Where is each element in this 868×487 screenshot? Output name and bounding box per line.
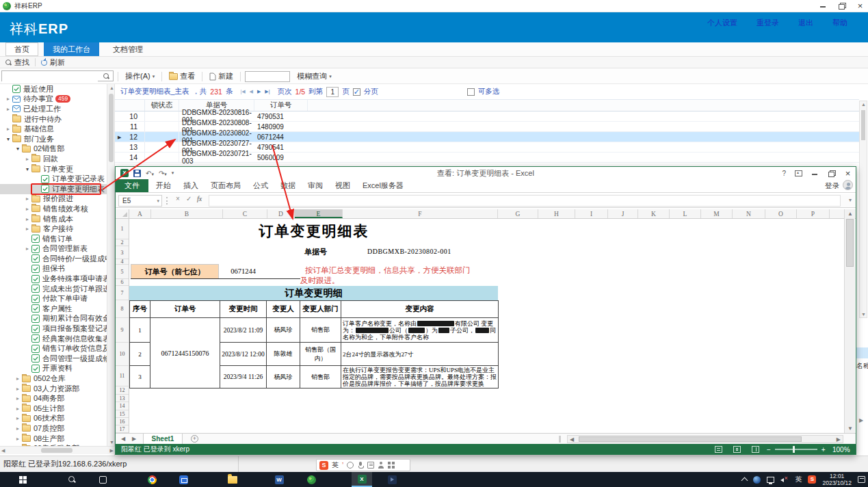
ribbon-tab-公式[interactable]: 公式 bbox=[247, 179, 274, 192]
column-header-C[interactable]: C bbox=[223, 209, 267, 218]
minimize-button[interactable] bbox=[819, 2, 827, 10]
start-button[interactable] bbox=[12, 472, 33, 487]
column-header-P[interactable]: P bbox=[797, 209, 830, 218]
row-header-13[interactable]: 13 bbox=[116, 395, 129, 402]
redo-button[interactable]: ↷▾ bbox=[159, 170, 167, 177]
sidebar-item-项目报备预案登记表[interactable]: 项目报备预案登记表 bbox=[0, 324, 107, 334]
sidebar-item-销售成本[interactable]: ▸销售成本 bbox=[0, 214, 107, 224]
column-header-D[interactable]: D bbox=[267, 209, 295, 218]
column-header-L[interactable]: L bbox=[670, 209, 701, 218]
tab-我的工作台[interactable]: 我的工作台 bbox=[44, 42, 99, 56]
tree-expander-icon[interactable]: ▸ bbox=[23, 196, 31, 202]
row-header-14[interactable]: 14 bbox=[116, 402, 129, 410]
taskbar-search-button[interactable] bbox=[62, 472, 82, 487]
customize-qat-icon[interactable]: ▾ bbox=[172, 170, 174, 176]
microphone-icon[interactable] bbox=[357, 462, 364, 469]
excel-taskbar-icon[interactable]: X bbox=[352, 472, 372, 487]
column-header-N[interactable]: N bbox=[733, 209, 765, 218]
excel-vertical-scrollbar[interactable]: ▲▼ bbox=[844, 209, 855, 433]
restore-button[interactable] bbox=[838, 2, 845, 10]
formula-input[interactable] bbox=[209, 195, 841, 207]
avatar[interactable] bbox=[843, 180, 853, 190]
ribbon-options-icon[interactable] bbox=[795, 170, 802, 176]
ime-language-toggle[interactable]: 英 bbox=[332, 460, 339, 470]
erp-app-icon[interactable] bbox=[301, 472, 321, 487]
tree-expander-icon[interactable]: ▸ bbox=[14, 376, 22, 382]
insert-function-icon[interactable]: fx bbox=[197, 195, 202, 202]
detail-scroll-right-arrow[interactable]: ▶ bbox=[859, 417, 863, 423]
sidebar-item-经典案例信息收集表[interactable]: 经典案例信息收集表 bbox=[0, 334, 107, 344]
zoom-out-icon[interactable]: − bbox=[767, 446, 771, 453]
sidebar-item-部门业务[interactable]: ▾部门业务 bbox=[0, 134, 107, 144]
close-button[interactable] bbox=[856, 2, 864, 10]
column-order-number[interactable]: 订单号 bbox=[254, 100, 308, 111]
add-sheet-icon[interactable]: + bbox=[191, 435, 198, 443]
row-header-16[interactable]: 16 bbox=[116, 418, 129, 425]
quick-filter-input[interactable] bbox=[245, 71, 290, 82]
tray-expand-icon[interactable] bbox=[741, 477, 748, 484]
tab-文档管理[interactable]: 文档管理 bbox=[105, 42, 151, 56]
sidebar-item-客户属性[interactable]: 客户属性 bbox=[0, 304, 107, 314]
view-button[interactable]: 查看 bbox=[166, 71, 198, 81]
ime-emoji-icon[interactable] bbox=[347, 462, 354, 469]
tray-language-indicator[interactable]: 英 bbox=[795, 475, 802, 484]
row-header-1[interactable]: 1 bbox=[116, 219, 129, 239]
sidebar-item-合同管理新表[interactable]: ▸合同管理新表 bbox=[0, 244, 107, 254]
row-header-9[interactable]: 9 bbox=[116, 318, 129, 343]
save-icon[interactable] bbox=[133, 170, 141, 177]
ime-account-icon[interactable] bbox=[378, 462, 384, 469]
tree-expander-icon[interactable]: ▾ bbox=[23, 166, 31, 172]
tree-expander-icon[interactable]: ▸ bbox=[14, 415, 22, 421]
sheet-tab[interactable]: Sheet1 bbox=[143, 434, 183, 444]
tree-expander-icon[interactable]: ▸ bbox=[14, 395, 22, 402]
select-all-cell[interactable] bbox=[116, 209, 129, 218]
sidebar-item-回款[interactable]: ▸回款 bbox=[0, 154, 107, 164]
ribbon-tab-文件[interactable]: 文件 bbox=[116, 179, 148, 192]
row-header-3[interactable]: 3 bbox=[116, 246, 129, 259]
sidebar-item-08生产部[interactable]: ▸08生产部 bbox=[0, 434, 107, 444]
sidebar-item-已处理工作[interactable]: ▸已处理工作 bbox=[0, 104, 107, 114]
sidebar-item-期初累计合同有效金额[interactable]: 期初累计合同有效金额 bbox=[0, 314, 107, 324]
records-vertical-scrollbar[interactable]: ▲▼ bbox=[859, 101, 867, 318]
page-layout-view-icon[interactable] bbox=[733, 446, 741, 453]
next-page-button[interactable]: ▶ bbox=[257, 89, 261, 94]
row-header-10[interactable]: 10 bbox=[116, 343, 129, 366]
column-header-K[interactable]: K bbox=[638, 209, 670, 218]
tree-expander-icon[interactable]: ▸ bbox=[23, 156, 31, 162]
clock[interactable]: 12:012023/10/12 bbox=[822, 473, 852, 486]
tree-expander-icon[interactable]: ▸ bbox=[23, 206, 31, 212]
sidebar-item-02销售部[interactable]: ▾02销售部 bbox=[0, 144, 107, 155]
sidebar-item-03人力资源部[interactable]: ▸03人力资源部 bbox=[0, 384, 107, 394]
column-header-E[interactable]: E bbox=[295, 209, 343, 218]
ribbon-tab-插入[interactable]: 插入 bbox=[177, 179, 205, 192]
sidebar-item-订单变更记录表[interactable]: 订单变更记录表 bbox=[0, 174, 107, 184]
column-header-H[interactable]: H bbox=[538, 209, 575, 218]
header-link[interactable]: 帮助 bbox=[832, 18, 847, 28]
tree-expander-icon[interactable]: ▸ bbox=[14, 436, 22, 442]
sidebar-item-订单变更明细表[interactable]: 订单变更明细表 bbox=[0, 184, 107, 194]
undo-button[interactable]: ↶▾ bbox=[146, 170, 154, 177]
prev-page-button[interactable]: ◀ bbox=[250, 89, 253, 94]
network-icon[interactable] bbox=[767, 477, 774, 483]
tree-expander-icon[interactable]: ▾ bbox=[14, 146, 22, 152]
help-icon[interactable]: ? bbox=[782, 170, 786, 177]
expand-formula-bar-icon[interactable]: ▾ bbox=[849, 197, 852, 203]
sidebar-item-0502仓库[interactable]: ▸0502仓库 bbox=[0, 373, 107, 384]
column-header-J[interactable]: J bbox=[608, 209, 638, 218]
mail-app-icon[interactable] bbox=[173, 472, 194, 487]
ribbon-tab-数据[interactable]: 数据 bbox=[274, 179, 302, 192]
excel-maximize-button[interactable] bbox=[828, 170, 835, 177]
row-header-4[interactable]: 4 bbox=[116, 259, 129, 265]
sidebar-horizontal-scrollbar[interactable]: ◀▶ bbox=[0, 446, 115, 454]
sidebar-item-销售订单收货信息及下单备[interactable]: 销售订单收货信息及下单备 bbox=[0, 343, 107, 354]
action-menu-button[interactable]: 操作(A)▾ bbox=[122, 71, 157, 81]
sidebar-vertical-scrollbar[interactable]: ▲▼ bbox=[107, 84, 114, 446]
row-header-12[interactable]: 12 bbox=[116, 386, 129, 395]
file-explorer-icon[interactable] bbox=[222, 472, 243, 487]
page-break-view-icon[interactable] bbox=[752, 446, 759, 453]
sidebar-item-基础信息[interactable]: ▸基础信息 bbox=[0, 124, 107, 134]
sidebar-item-担保书[interactable]: 担保书 bbox=[0, 264, 107, 274]
excel-grid[interactable]: 1234567891011121314151617 订单变更明细表 单据号 DD… bbox=[116, 219, 856, 433]
excel-horizontal-scrollbar[interactable]: ◀▶ bbox=[567, 435, 843, 443]
row-header-17[interactable]: 17 bbox=[116, 425, 129, 433]
